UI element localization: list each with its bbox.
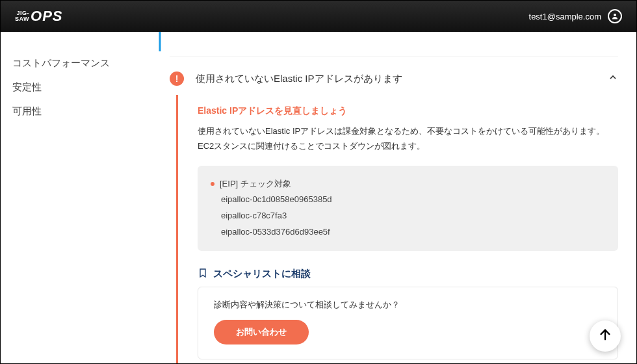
consult-question: 診断内容や解決策について相談してみませんか？ (214, 299, 602, 311)
consult-section: スペシャリストに相談 診断内容や解決策について相談してみませんか？ お問い合わせ (198, 268, 618, 359)
highlight-title: Elastic IPアドレスを見直しましょう (198, 105, 618, 117)
svg-point-0 (614, 14, 616, 16)
consult-title: スペシャリストに相談 (213, 268, 311, 280)
sidebar-item-availability[interactable]: 可用性 (12, 99, 150, 124)
arrow-up-icon (598, 328, 612, 344)
section-description: 使用されていないElastic IPアドレスは課金対象となるため、不要なコストを… (198, 124, 618, 154)
check-item: eipalloc-0c1d0858e0965385d (211, 192, 605, 208)
sidebar-item-cost-performance[interactable]: コストパフォーマンス (12, 51, 150, 75)
check-item: eipalloc-0533d376d6d93ee5f (211, 224, 605, 240)
consult-box: 診断内容や解決策について相談してみませんか？ お問い合わせ (198, 287, 618, 359)
content-shell: コストパフォーマンス 安定性 可用性 ! 使用されていないElastic IPア… (1, 32, 636, 363)
logo-large-text: OPS (31, 8, 62, 25)
sidebar-item-stability[interactable]: 安定性 (12, 75, 150, 99)
main-panel: ! 使用されていないElastic IPアドレスがあります Elastic IP… (170, 32, 636, 363)
consult-header: スペシャリストに相談 (198, 268, 618, 280)
user-email: test1@sample.com (529, 12, 601, 21)
top-bar: JIG-SAW OPS test1@sample.com (1, 1, 636, 32)
logo-small-text: JIG-SAW (15, 10, 29, 22)
sidebar: コストパフォーマンス 安定性 可用性 (1, 32, 150, 363)
divider-column (150, 32, 170, 363)
user-menu[interactable]: test1@sample.com (529, 9, 622, 23)
warning-icon: ! (170, 72, 184, 86)
check-heading: [EIP] チェック対象 (220, 176, 291, 192)
blue-indicator (159, 32, 161, 51)
section-title: 使用されていないElastic IPアドレスがあります (196, 73, 596, 85)
bullet-icon (211, 182, 214, 186)
section-body: Elastic IPアドレスを見直しましょう 使用されていないElastic I… (176, 95, 618, 363)
chevron-up-icon (608, 72, 618, 85)
contact-button[interactable]: お問い合わせ (214, 320, 309, 344)
check-target-block: [EIP] チェック対象 eipalloc-0c1d0858e0965385d … (198, 166, 618, 251)
section-header[interactable]: ! 使用されていないElastic IPアドレスがあります (170, 57, 618, 95)
user-icon (608, 9, 622, 23)
check-item: eipalloc-c78c7fa3 (211, 208, 605, 224)
logo[interactable]: JIG-SAW OPS (15, 8, 62, 25)
check-heading-row: [EIP] チェック対象 (211, 176, 605, 192)
bookmark-icon (198, 268, 208, 280)
scroll-to-top-button[interactable] (590, 320, 621, 352)
